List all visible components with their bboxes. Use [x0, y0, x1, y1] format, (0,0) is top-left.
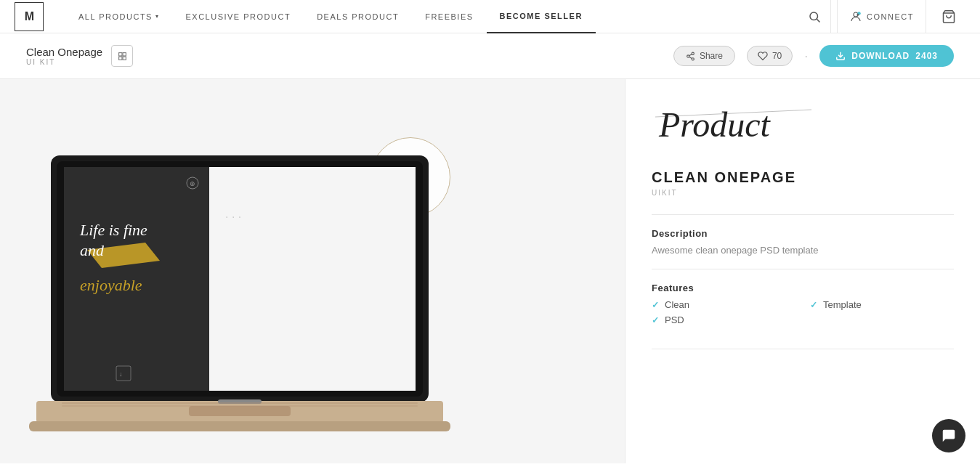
feature-clean: ✓ Clean [652, 299, 795, 310]
product-script-svg: Product [652, 97, 811, 147]
svg-text:Life is fine: Life is fine [79, 221, 147, 239]
svg-text:+: + [857, 12, 859, 15]
feature-psd: ✓ PSD [652, 314, 795, 325]
product-type: UIKIT [652, 189, 954, 197]
description-text: Awesome clean onepage PSD template [652, 245, 954, 256]
divider-1 [652, 214, 954, 215]
expand-icon [118, 52, 127, 61]
preview-icon-button[interactable] [111, 45, 133, 67]
nav-exclusive[interactable]: EXCLUSIVE PRODUCT [172, 0, 304, 33]
product-category: UI KIT [26, 58, 102, 66]
site-logo[interactable]: M [15, 2, 44, 31]
svg-text:·  ·  ·: · · · [225, 211, 241, 223]
search-button[interactable] [798, 0, 831, 33]
share-button[interactable]: Share [673, 46, 735, 66]
cart-icon [941, 9, 956, 24]
nav-all-products[interactable]: ALL PRODUCTS ▾ [65, 0, 172, 33]
svg-line-1 [817, 19, 819, 22]
product-name: CLEAN ONEPAGE [652, 169, 954, 186]
check-icon-psd: ✓ [652, 315, 659, 325]
svg-point-0 [810, 12, 818, 20]
svg-line-14 [689, 54, 692, 55]
svg-point-12 [692, 57, 694, 60]
product-title: Clean Onepage [26, 46, 102, 58]
svg-text:enjoyable: enjoyable [80, 276, 142, 294]
description-label: Description [652, 228, 954, 239]
main-content: A Awesome Clean onepage PSD Template All… [0, 79, 980, 463]
features-grid: ✓ Clean ✓ Template ✓ PSD [652, 299, 954, 325]
chat-widget-button[interactable] [932, 419, 965, 452]
like-button[interactable]: 70 [747, 46, 793, 66]
svg-rect-28 [209, 167, 416, 391]
site-header: M ALL PRODUCTS ▾ EXCLUSIVE PRODUCT DEALS… [0, 0, 980, 33]
laptop-mockup: Life is fine and enjoyable ⊕ ↓ · · · [15, 148, 465, 463]
product-script-heading: Product [652, 97, 954, 155]
svg-rect-7 [123, 52, 126, 55]
download-button[interactable]: Download 2403 [819, 45, 954, 67]
check-icon-clean: ✓ [652, 300, 659, 310]
search-icon [808, 10, 821, 23]
product-actions: Share 70 · Download 2403 [673, 45, 954, 67]
heart-icon [758, 51, 768, 61]
svg-rect-31 [29, 421, 450, 431]
feature-template: ✓ Template [810, 299, 954, 310]
svg-point-10 [692, 52, 694, 54]
svg-rect-34 [62, 402, 418, 404]
product-sub-header: Clean Onepage UI KIT Share 70 · [0, 33, 980, 79]
divider-2 [652, 269, 954, 269]
feature-clean-label: Clean [665, 299, 689, 310]
chat-icon [941, 428, 957, 444]
check-icon-template: ✓ [810, 300, 817, 310]
cart-button[interactable] [932, 0, 965, 33]
user-icon: + [849, 10, 862, 23]
download-icon [835, 51, 846, 61]
nav-freebies[interactable]: FREEBIES [412, 0, 486, 33]
svg-rect-8 [118, 57, 121, 60]
product-detail-panel: Product CLEAN ONEPAGE UIKIT Description … [625, 79, 980, 463]
svg-text:Product: Product [658, 105, 772, 144]
header-right-actions: + CONNECT [798, 0, 965, 33]
feature-template-label: Template [823, 299, 862, 310]
svg-rect-9 [123, 57, 126, 60]
nav-deals[interactable]: DEALS PRODUCT [304, 0, 412, 33]
svg-line-13 [689, 57, 692, 58]
svg-text:↓: ↓ [119, 370, 123, 378]
separator: · [804, 49, 808, 64]
svg-text:⊕: ⊕ [190, 180, 195, 187]
svg-point-11 [687, 54, 689, 57]
product-preview-panel: A Awesome Clean onepage PSD Template All… [0, 79, 625, 463]
features-label: Features [652, 283, 954, 293]
svg-text:and: and [80, 241, 105, 259]
divider-3 [652, 349, 954, 349]
svg-rect-33 [189, 406, 291, 416]
share-icon [686, 52, 695, 61]
laptop-svg: Life is fine and enjoyable ⊕ ↓ · · · [15, 148, 465, 460]
chevron-down-icon: ▾ [155, 13, 160, 20]
svg-rect-6 [118, 52, 121, 55]
svg-rect-35 [62, 405, 418, 407]
product-title-group: Clean Onepage UI KIT [26, 46, 102, 66]
feature-psd-label: PSD [665, 314, 684, 325]
nav-become-seller[interactable]: BECOME SELLER [487, 0, 596, 33]
connect-button[interactable]: + CONNECT [837, 0, 926, 33]
main-nav: ALL PRODUCTS ▾ EXCLUSIVE PRODUCT DEALS P… [65, 0, 798, 33]
